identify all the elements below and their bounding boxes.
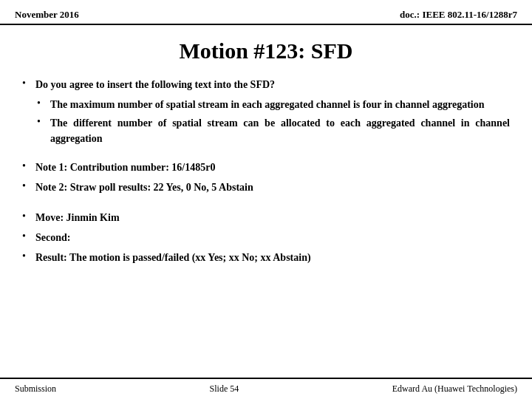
title-section: Motion #123: SFD [0,25,532,71]
sub-bullet-dot-1: • [37,98,50,109]
motion-text-2: Second: [35,230,70,245]
gap-2 [22,200,510,210]
sub-bullet-1: • The maximum number of spatial stream i… [37,97,510,112]
sub-bullet-dot-2: • [37,116,50,128]
sub-bullet-2: • The different number of spatial stream… [37,115,510,146]
motion-bullet-2: • Second: [22,230,510,245]
bullet-dot-motion-1: • [22,211,35,222]
footer-left: Submission [15,383,56,395]
header-date: November 2016 [15,9,79,21]
footer: Submission Slide 54 Edward Au (Huawei Te… [0,378,532,399]
motion-text-1: Move: Jinmin Kim [35,210,120,225]
motion-text-3: Result: The motion is passed/failed (xx … [35,250,311,265]
bullet-dot-motion-2: • [22,231,35,242]
slide-container: November 2016 doc.: IEEE 802.11-16/1288r… [0,0,532,399]
sub-bullet-text-1: The maximum number of spatial stream in … [50,97,485,112]
bullet-dot-motion-3: • [22,250,35,262]
motion-bullet-1: • Move: Jinmin Kim [22,210,510,225]
motion-bullet-3: • Result: The motion is passed/failed (x… [22,250,510,265]
main-bullet-item: • Do you agree to insert the following t… [22,77,510,92]
footer-center: Slide 54 [210,383,239,395]
bullet-dot-1: • [22,78,35,89]
sub-bullet-text-2: The different number of spatial stream c… [50,115,510,146]
content-section: • Do you agree to insert the following t… [0,71,532,378]
bullet-dot-note-2: • [22,180,35,192]
bullet-dot-note-1: • [22,160,35,172]
note-bullet-1: • Note 1: Contribution number: 16/1485r0 [22,160,510,175]
slide-title: Motion #123: SFD [180,38,353,63]
note-text-2: Note 2: Straw poll results: 22 Yes, 0 No… [35,180,253,195]
header-doc: doc.: IEEE 802.11-16/1288r7 [400,9,517,21]
note-bullet-2: • Note 2: Straw poll results: 22 Yes, 0 … [22,180,510,195]
note-text-1: Note 1: Contribution number: 16/1485r0 [35,160,215,175]
footer-right: Edward Au (Huawei Technologies) [392,383,517,395]
gap-1 [22,149,510,160]
main-bullet-text: Do you agree to insert the following tex… [35,77,275,92]
header: November 2016 doc.: IEEE 802.11-16/1288r… [0,0,532,25]
